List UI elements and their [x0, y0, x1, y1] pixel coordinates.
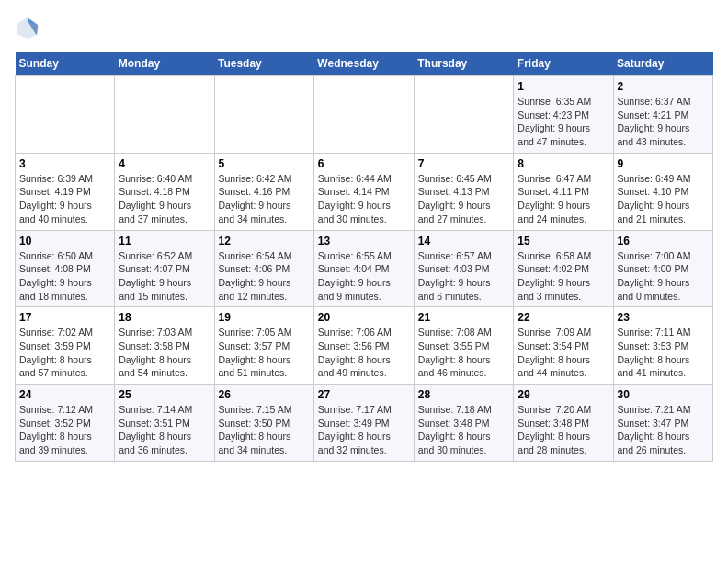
day-number: 14: [418, 235, 510, 247]
day-number: 21: [418, 311, 510, 324]
day-number: 4: [119, 157, 210, 170]
day-info: Sunrise: 6:50 AM Sunset: 4:08 PM Dayligh…: [19, 249, 110, 304]
day-cell: 11Sunrise: 6:52 AM Sunset: 4:07 PM Dayli…: [115, 230, 214, 307]
day-cell: 14Sunrise: 6:57 AM Sunset: 4:03 PM Dayli…: [414, 230, 514, 307]
day-number: 26: [219, 388, 310, 401]
day-cell: 21Sunrise: 7:08 AM Sunset: 3:55 PM Dayli…: [414, 307, 514, 385]
day-cell: 16Sunrise: 7:00 AM Sunset: 4:00 PM Dayli…: [613, 230, 713, 307]
day-info: Sunrise: 7:18 AM Sunset: 3:48 PM Dayligh…: [418, 403, 510, 457]
day-cell: 17Sunrise: 7:02 AM Sunset: 3:59 PM Dayli…: [16, 307, 115, 385]
day-cell: 6Sunrise: 6:44 AM Sunset: 4:14 PM Daylig…: [313, 153, 414, 230]
day-info: Sunrise: 7:15 AM Sunset: 3:50 PM Dayligh…: [219, 403, 310, 457]
day-number: 20: [318, 311, 410, 324]
day-number: 22: [518, 311, 609, 324]
day-cell: 26Sunrise: 7:15 AM Sunset: 3:50 PM Dayli…: [214, 385, 313, 462]
day-info: Sunrise: 6:35 AM Sunset: 4:23 PM Dayligh…: [518, 95, 609, 149]
header-cell-saturday: Saturday: [613, 52, 713, 76]
calendar-table: SundayMondayTuesdayWednesdayThursdayFrid…: [15, 52, 713, 462]
day-number: 18: [119, 311, 210, 324]
day-info: Sunrise: 6:37 AM Sunset: 4:21 PM Dayligh…: [618, 95, 710, 149]
day-cell: 10Sunrise: 6:50 AM Sunset: 4:08 PM Dayli…: [16, 230, 115, 307]
day-cell: 29Sunrise: 7:20 AM Sunset: 3:48 PM Dayli…: [514, 385, 613, 462]
day-info: Sunrise: 6:52 AM Sunset: 4:07 PM Dayligh…: [119, 249, 210, 304]
day-info: Sunrise: 7:02 AM Sunset: 3:59 PM Dayligh…: [19, 326, 110, 380]
day-cell: 5Sunrise: 6:42 AM Sunset: 4:16 PM Daylig…: [214, 153, 313, 230]
day-number: 28: [418, 388, 510, 401]
day-cell: [16, 76, 115, 154]
day-number: 15: [518, 235, 609, 247]
week-row-5: 24Sunrise: 7:12 AM Sunset: 3:52 PM Dayli…: [16, 385, 713, 462]
day-cell: 8Sunrise: 6:47 AM Sunset: 4:11 PM Daylig…: [514, 153, 613, 230]
day-number: 11: [119, 235, 210, 247]
day-info: Sunrise: 7:00 AM Sunset: 4:00 PM Dayligh…: [618, 249, 710, 304]
day-number: 19: [219, 311, 310, 324]
day-number: 30: [618, 388, 710, 401]
day-number: 9: [618, 157, 710, 170]
week-row-1: 1Sunrise: 6:35 AM Sunset: 4:23 PM Daylig…: [16, 76, 713, 154]
day-cell: 30Sunrise: 7:21 AM Sunset: 3:47 PM Dayli…: [613, 385, 713, 462]
day-number: 29: [518, 388, 609, 401]
logo: [15, 15, 44, 40]
day-cell: [313, 76, 414, 154]
day-number: 12: [219, 235, 310, 247]
day-number: 2: [618, 80, 710, 93]
header-cell-tuesday: Tuesday: [214, 52, 313, 76]
day-info: Sunrise: 6:47 AM Sunset: 4:11 PM Dayligh…: [518, 172, 609, 226]
week-row-4: 17Sunrise: 7:02 AM Sunset: 3:59 PM Dayli…: [16, 307, 713, 385]
day-cell: [115, 76, 214, 154]
day-cell: 25Sunrise: 7:14 AM Sunset: 3:51 PM Dayli…: [115, 385, 214, 462]
day-cell: 12Sunrise: 6:54 AM Sunset: 4:06 PM Dayli…: [214, 230, 313, 307]
day-info: Sunrise: 7:20 AM Sunset: 3:48 PM Dayligh…: [518, 403, 609, 457]
day-cell: 7Sunrise: 6:45 AM Sunset: 4:13 PM Daylig…: [414, 153, 514, 230]
day-number: 5: [219, 157, 310, 170]
day-cell: 19Sunrise: 7:05 AM Sunset: 3:57 PM Dayli…: [214, 307, 313, 385]
header-cell-thursday: Thursday: [414, 52, 514, 76]
day-cell: 13Sunrise: 6:55 AM Sunset: 4:04 PM Dayli…: [313, 230, 414, 307]
day-info: Sunrise: 6:45 AM Sunset: 4:13 PM Dayligh…: [418, 172, 510, 226]
logo-icon: [15, 15, 40, 40]
day-cell: 1Sunrise: 6:35 AM Sunset: 4:23 PM Daylig…: [514, 76, 613, 154]
day-info: Sunrise: 7:08 AM Sunset: 3:55 PM Dayligh…: [418, 326, 510, 380]
day-number: 17: [19, 311, 110, 324]
day-info: Sunrise: 7:17 AM Sunset: 3:49 PM Dayligh…: [318, 403, 410, 457]
day-info: Sunrise: 7:11 AM Sunset: 3:53 PM Dayligh…: [618, 326, 710, 380]
day-number: 24: [19, 388, 110, 401]
day-info: Sunrise: 6:44 AM Sunset: 4:14 PM Dayligh…: [318, 172, 410, 226]
day-number: 27: [318, 388, 410, 401]
day-cell: 18Sunrise: 7:03 AM Sunset: 3:58 PM Dayli…: [115, 307, 214, 385]
header-cell-monday: Monday: [115, 52, 214, 76]
day-cell: 22Sunrise: 7:09 AM Sunset: 3:54 PM Dayli…: [514, 307, 613, 385]
day-cell: 4Sunrise: 6:40 AM Sunset: 4:18 PM Daylig…: [115, 153, 214, 230]
day-number: 8: [518, 157, 609, 170]
day-cell: 3Sunrise: 6:39 AM Sunset: 4:19 PM Daylig…: [16, 153, 115, 230]
day-number: 1: [518, 80, 609, 93]
day-cell: 28Sunrise: 7:18 AM Sunset: 3:48 PM Dayli…: [414, 385, 514, 462]
day-info: Sunrise: 6:49 AM Sunset: 4:10 PM Dayligh…: [618, 172, 710, 226]
week-row-2: 3Sunrise: 6:39 AM Sunset: 4:19 PM Daylig…: [16, 153, 713, 230]
day-info: Sunrise: 6:55 AM Sunset: 4:04 PM Dayligh…: [318, 249, 410, 304]
day-number: 3: [19, 157, 110, 170]
day-number: 7: [418, 157, 510, 170]
day-info: Sunrise: 6:58 AM Sunset: 4:02 PM Dayligh…: [518, 249, 609, 304]
header-row: SundayMondayTuesdayWednesdayThursdayFrid…: [16, 52, 713, 76]
day-cell: [414, 76, 514, 154]
day-cell: 27Sunrise: 7:17 AM Sunset: 3:49 PM Dayli…: [313, 385, 414, 462]
day-info: Sunrise: 7:05 AM Sunset: 3:57 PM Dayligh…: [219, 326, 310, 380]
day-cell: 20Sunrise: 7:06 AM Sunset: 3:56 PM Dayli…: [313, 307, 414, 385]
week-row-3: 10Sunrise: 6:50 AM Sunset: 4:08 PM Dayli…: [16, 230, 713, 307]
day-cell: [214, 76, 313, 154]
day-info: Sunrise: 7:09 AM Sunset: 3:54 PM Dayligh…: [518, 326, 609, 380]
day-cell: 23Sunrise: 7:11 AM Sunset: 3:53 PM Dayli…: [613, 307, 713, 385]
day-info: Sunrise: 6:42 AM Sunset: 4:16 PM Dayligh…: [219, 172, 310, 226]
day-cell: 24Sunrise: 7:12 AM Sunset: 3:52 PM Dayli…: [16, 385, 115, 462]
day-info: Sunrise: 7:03 AM Sunset: 3:58 PM Dayligh…: [119, 326, 210, 380]
header-cell-sunday: Sunday: [16, 52, 115, 76]
day-number: 10: [19, 235, 110, 247]
day-cell: 9Sunrise: 6:49 AM Sunset: 4:10 PM Daylig…: [613, 153, 713, 230]
day-number: 23: [618, 311, 710, 324]
header-cell-wednesday: Wednesday: [313, 52, 414, 76]
day-info: Sunrise: 6:40 AM Sunset: 4:18 PM Dayligh…: [119, 172, 210, 226]
page-header: [15, 15, 713, 40]
day-info: Sunrise: 6:39 AM Sunset: 4:19 PM Dayligh…: [19, 172, 110, 226]
day-info: Sunrise: 6:54 AM Sunset: 4:06 PM Dayligh…: [219, 249, 310, 304]
